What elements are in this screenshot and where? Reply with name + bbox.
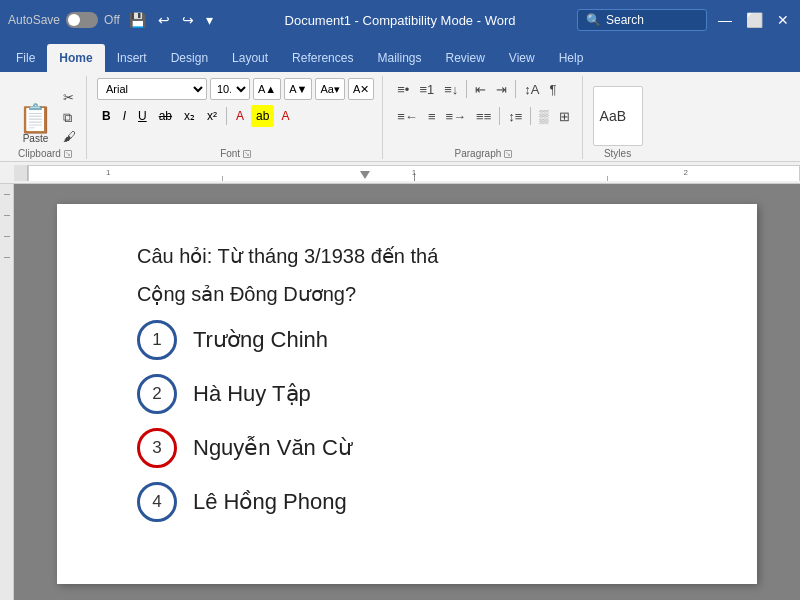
customize-icon[interactable]: ▾	[203, 10, 216, 30]
font-row-1: Arial Times New Roman Calibri 10.5 11 12…	[97, 78, 374, 100]
margin-mark-1	[4, 194, 10, 195]
para-row-1: ≡• ≡1 ≡↓ ⇤ ⇥ ↕A ¶	[393, 78, 560, 100]
list-item-2: 2 Hà Huy Tập	[137, 374, 697, 414]
styles-group: AaB Styles	[585, 76, 651, 159]
font-label: Font ↘	[97, 148, 374, 159]
text-effect-btn[interactable]: A	[276, 105, 294, 127]
list-item-3-text: Nguyễn Văn Cừ	[193, 435, 352, 461]
tab-help[interactable]: Help	[547, 44, 596, 72]
autosave-state: Off	[104, 13, 120, 27]
redo-icon[interactable]: ↪	[179, 10, 197, 30]
align-right-btn[interactable]: ≡→	[441, 105, 470, 127]
margin-mark-3	[4, 236, 10, 237]
styles-preview[interactable]: AaB	[593, 86, 643, 146]
doc-question-line2: Cộng sản Đông Dương?	[137, 282, 697, 306]
align-center-btn[interactable]: ≡	[424, 105, 440, 127]
increase-font-btn[interactable]: A▲	[253, 78, 281, 100]
decrease-font-btn[interactable]: A▼	[284, 78, 312, 100]
restore-icon[interactable]: ⬜	[743, 10, 766, 30]
font-expand-icon[interactable]: ↘	[243, 150, 251, 158]
highlight-btn[interactable]: ab	[251, 105, 274, 127]
autosave-label: AutoSave	[8, 13, 60, 27]
strikethrough-button[interactable]: ab	[154, 105, 177, 127]
underline-button[interactable]: U	[133, 105, 152, 127]
format-painter-icon[interactable]: 🖌	[61, 128, 78, 146]
title-bar: AutoSave Off 💾 ↩ ↪ ▾ Document1 - Compati…	[0, 0, 800, 40]
change-case-btn[interactable]: Aa▾	[315, 78, 344, 100]
list-item-4-text: Lê Hồng Phong	[193, 489, 347, 515]
autosave-toggle[interactable]	[66, 12, 98, 28]
shading-btn[interactable]: ▒	[535, 105, 552, 127]
circle-badge-1: 1	[137, 320, 177, 360]
bold-button[interactable]: B	[97, 105, 116, 127]
doc-list: 1 Trường Chinh 2 Hà Huy Tập 3 Nguyễn Văn…	[137, 320, 697, 522]
ruler: 1 1 2	[0, 162, 800, 184]
increase-indent-btn[interactable]: ⇥	[492, 78, 511, 100]
multilevel-list-btn[interactable]: ≡↓	[440, 78, 462, 100]
font-size-select[interactable]: 10.5 11 12 14	[210, 78, 250, 100]
align-left-btn[interactable]: ≡←	[393, 105, 422, 127]
clipboard-group: 📋 Paste ✂ ⧉ 🖌 Clipboard ↘	[4, 76, 87, 159]
tab-view[interactable]: View	[497, 44, 547, 72]
ruler-q3-mark	[607, 176, 608, 181]
ribbon-tabs: File Home Insert Design Layout Reference…	[0, 40, 800, 72]
tab-references[interactable]: References	[280, 44, 365, 72]
doc-page[interactable]: Câu hỏi: Từ tháng 3/1938 đến thá Cộng sả…	[57, 204, 757, 584]
paste-icon: 📋	[18, 105, 53, 133]
font-color-btn[interactable]: A	[231, 105, 249, 127]
decrease-indent-btn[interactable]: ⇤	[471, 78, 490, 100]
document-area: Câu hỏi: Từ tháng 3/1938 đến thá Cộng sả…	[0, 184, 800, 600]
toggle-knob	[68, 14, 80, 26]
tab-insert[interactable]: Insert	[105, 44, 159, 72]
doc-question-line1: Câu hỏi: Từ tháng 3/1938 đến thá	[137, 244, 697, 268]
numbering-btn[interactable]: ≡1	[415, 78, 438, 100]
sort-btn[interactable]: ↕A	[520, 78, 543, 100]
italic-button[interactable]: I	[118, 105, 131, 127]
copy-icon[interactable]: ⧉	[61, 109, 78, 127]
clipboard-label: Clipboard ↘	[12, 148, 78, 159]
paragraph-group: ≡• ≡1 ≡↓ ⇤ ⇥ ↕A ¶ ≡← ≡ ≡→ ≡≡ ↕≡ ▒ ⊞	[385, 76, 582, 159]
search-icon: 🔍	[586, 13, 601, 27]
circle-badge-4: 4	[137, 482, 177, 522]
tab-layout[interactable]: Layout	[220, 44, 280, 72]
tab-file[interactable]: File	[4, 44, 47, 72]
save-icon[interactable]: 💾	[126, 10, 149, 30]
para-divider1	[466, 80, 467, 98]
paste-button[interactable]: 📋 Paste	[12, 103, 59, 146]
show-marks-btn[interactable]: ¶	[546, 78, 561, 100]
paste-label: Paste	[23, 133, 49, 144]
font-group: Arial Times New Roman Calibri 10.5 11 12…	[89, 76, 383, 159]
superscript-button[interactable]: x²	[202, 105, 222, 127]
font-family-select[interactable]: Arial Times New Roman Calibri	[97, 78, 207, 100]
font-group-content: Arial Times New Roman Calibri 10.5 11 12…	[97, 78, 374, 146]
clipboard-expand-icon[interactable]: ↘	[64, 150, 72, 158]
subscript-button[interactable]: x₂	[179, 105, 200, 127]
tab-review[interactable]: Review	[433, 44, 496, 72]
list-item-1: 1 Trường Chinh	[137, 320, 697, 360]
ruler-tab-marker[interactable]	[360, 171, 370, 181]
list-item-4: 4 Lê Hồng Phong	[137, 482, 697, 522]
borders-btn[interactable]: ⊞	[555, 105, 574, 127]
styles-group-content: AaB	[593, 78, 643, 146]
styles-label: Styles	[593, 148, 643, 159]
cut-icon[interactable]: ✂	[61, 89, 78, 107]
justify-btn[interactable]: ≡≡	[472, 105, 495, 127]
font-row-2: B I U ab x₂ x² A ab A	[97, 105, 294, 127]
minimize-icon[interactable]: —	[715, 10, 735, 30]
margin-mark-2	[4, 215, 10, 216]
list-item-2-text: Hà Huy Tập	[193, 381, 311, 407]
search-box[interactable]: 🔍 Search	[577, 9, 707, 31]
doc-scroll[interactable]: Câu hỏi: Từ tháng 3/1938 đến thá Cộng sả…	[14, 184, 800, 600]
line-spacing-btn[interactable]: ↕≡	[504, 105, 526, 127]
tab-mailings[interactable]: Mailings	[365, 44, 433, 72]
clear-format-btn[interactable]: A✕	[348, 78, 374, 100]
circle-badge-2: 2	[137, 374, 177, 414]
clipboard-group-content: 📋 Paste ✂ ⧉ 🖌	[12, 78, 78, 146]
undo-icon[interactable]: ↩	[155, 10, 173, 30]
close-icon[interactable]: ✕	[774, 10, 792, 30]
ruler-inner[interactable]: 1 1 2	[28, 165, 800, 181]
tab-home[interactable]: Home	[47, 44, 104, 72]
paragraph-expand-icon[interactable]: ↘	[504, 150, 512, 158]
bullets-btn[interactable]: ≡•	[393, 78, 413, 100]
tab-design[interactable]: Design	[159, 44, 220, 72]
